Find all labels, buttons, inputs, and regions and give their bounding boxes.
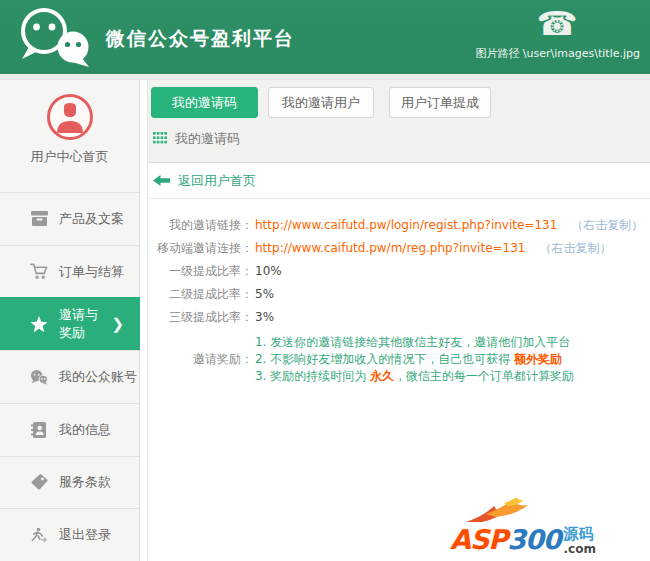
flame-icon [464, 498, 542, 524]
sidebar-item-orders[interactable]: 订单与结算 [0, 245, 139, 298]
level2-commission-label: 二级提成比率： [153, 288, 253, 301]
copy-hint: （右击复制） [540, 242, 612, 255]
reward-line: 2. 不影响好友增加收入的情况下，自己也可获得 额外奖励 [255, 351, 574, 368]
sidebar: 用户中心首页 产品及文案 订单与结算 [0, 80, 140, 561]
contact-book-icon [30, 421, 48, 439]
sidebar-item-label: 订单与结算 [59, 263, 124, 281]
tab-bar: 我的邀请码 我的邀请用户 用户订单提成 [148, 87, 650, 118]
sidebar-item-my-info[interactable]: 我的信息 [0, 403, 139, 456]
phone-icon: ☎ [472, 4, 642, 46]
tab-my-invited-users[interactable]: 我的邀请用户 [268, 87, 374, 118]
level1-commission-label: 一级提成比率： [153, 265, 253, 278]
level3-commission-row: 三级提成比率： 3% [153, 311, 650, 324]
mobile-invite-link-label: 移动端邀请连接： [153, 242, 253, 255]
invite-reward-lines: 1. 发送你的邀请链接给其他微信主好友，邀请他们加入平台 2. 不影响好友增加收… [255, 334, 574, 385]
header-right: ☎ 图片路径 \user\images\title.jpg [472, 4, 642, 61]
wechat-profit-platform-page: 微信公众号盈利平台 ☎ 图片路径 \user\images\title.jpg … [0, 0, 650, 561]
sidebar-item-invite-rewards[interactable]: 邀请与奖励 ❯ [0, 297, 140, 350]
content-panel: 我的邀请码 我的邀请用户 用户订单提成 我的邀 [147, 80, 650, 561]
yuanma-text: 源码 [564, 527, 594, 542]
invite-link-row: 我的邀请链接： http://www.caifutd.pw/login/regi… [153, 219, 650, 232]
back-row: 返回用户首页 [148, 163, 650, 199]
cart-icon [30, 263, 48, 281]
num-300-text: 300 [507, 524, 560, 555]
sidebar-item-label: 退出登录 [59, 526, 111, 544]
sidebar-item-official-accounts[interactable]: 我的公众账号 [0, 350, 139, 403]
reward-line: 1. 发送你的邀请链接给其他微信主好友，邀请他们加入平台 [255, 334, 574, 351]
invite-link-label: 我的邀请链接： [153, 219, 253, 232]
back-arrow-icon [153, 171, 170, 190]
tab-user-order-commission[interactable]: 用户订单提成 [389, 87, 491, 118]
sidebar-item-user-home[interactable]: 用户中心首页 [0, 80, 139, 192]
sidebar-item-label: 我的公众账号 [59, 368, 137, 386]
asp300-logo: ASP300 源码 .com [450, 501, 640, 557]
archive-box-icon [30, 210, 48, 228]
invite-code-content: 我的邀请链接： http://www.caifutd.pw/login/regi… [148, 199, 650, 385]
user-home-label: 用户中心首页 [0, 148, 139, 166]
tag-icon [30, 473, 48, 491]
sidebar-item-label: 服务条款 [59, 473, 111, 491]
section-title: 我的邀请码 [175, 130, 240, 148]
dotcom-text: .com [564, 543, 596, 555]
invite-link-url[interactable]: http://www.caifutd.pw/login/regist.php?i… [255, 219, 557, 232]
tab-zone: 我的邀请码 我的邀请用户 用户订单提成 我的邀 [148, 80, 650, 163]
user-avatar-icon [47, 94, 93, 140]
wechat-bubbles-icon [30, 368, 48, 386]
invite-reward-row: 邀请奖励： 1. 发送你的邀请链接给其他微信主好友，邀请他们加入平台 2. 不影… [153, 334, 650, 385]
logout-run-icon [30, 526, 48, 544]
level2-commission-value: 5% [255, 288, 274, 301]
app-title: 微信公众号盈利平台 [106, 26, 295, 52]
level2-commission-row: 二级提成比率： 5% [153, 288, 650, 301]
sidebar-item-label: 我的信息 [59, 421, 111, 439]
app-header: 微信公众号盈利平台 ☎ 图片路径 \user\images\title.jpg [0, 0, 650, 74]
sidebar-item-label: 邀请与奖励 [59, 306, 100, 342]
sidebar-item-logout[interactable]: 退出登录 [0, 508, 139, 561]
star-icon [30, 315, 48, 333]
grid-icon [153, 132, 167, 147]
copy-hint: （右击复制） [571, 219, 643, 232]
section-header: 我的邀请码 [148, 130, 650, 148]
sidebar-item-products[interactable]: 产品及文案 [0, 192, 139, 245]
reward-line: 3. 奖励的持续时间为 永久，微信主的每一个订单都计算奖励 [255, 368, 574, 385]
main-content: 我的邀请码 我的邀请用户 用户订单提成 我的邀 [140, 80, 650, 561]
mobile-invite-link-row: 移动端邀请连接： http://www.caifutd.pw/m/reg.php… [153, 242, 650, 255]
invite-reward-label: 邀请奖励： [153, 351, 253, 368]
sidebar-item-terms[interactable]: 服务条款 [0, 456, 139, 509]
level3-commission-label: 三级提成比率： [153, 311, 253, 324]
sidebar-item-label: 产品及文案 [59, 210, 124, 228]
asp300-wordmark: ASP300 源码 .com [450, 524, 596, 555]
image-path-label: 图片路径 \user\images\title.jpg [472, 46, 642, 61]
chevron-right-icon: ❯ [111, 315, 124, 333]
level1-commission-row: 一级提成比率： 10% [153, 265, 650, 278]
tab-my-invite-code[interactable]: 我的邀请码 [151, 87, 258, 118]
level3-commission-value: 3% [255, 311, 274, 324]
asp-text: ASP [450, 524, 507, 555]
mobile-invite-link-url[interactable]: http://www.caifutd.pw/m/reg.php?invite=1… [255, 242, 526, 255]
level1-commission-value: 10% [255, 265, 282, 278]
back-to-user-home-link[interactable]: 返回用户首页 [178, 172, 256, 190]
wechat-logo-icon [12, 6, 100, 68]
